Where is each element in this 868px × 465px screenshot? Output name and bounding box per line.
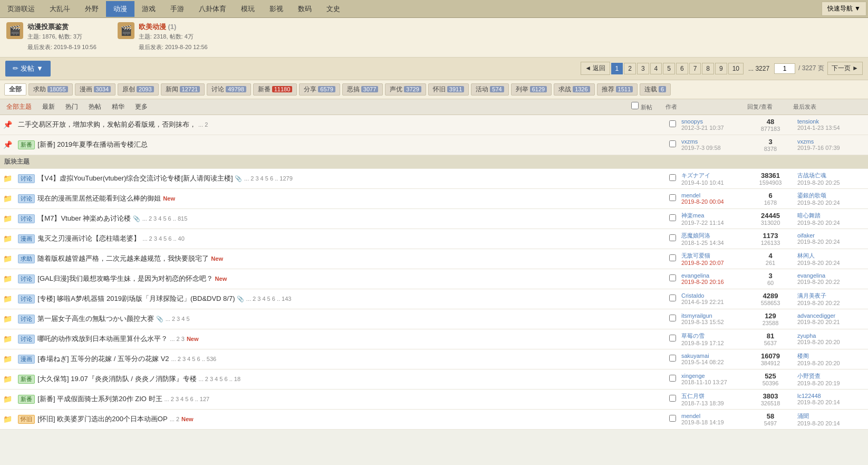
page-4[interactable]: 4 xyxy=(650,63,662,74)
nav-item-4[interactable]: 游戏 xyxy=(134,1,163,17)
thread-title-link[interactable]: [专楼] 哆啦A梦/机器猫 2019剧场版「月球探险记」(BD&DVD 8/7) xyxy=(37,295,235,302)
nav-item-3[interactable]: 动漫 xyxy=(106,1,134,17)
page-8[interactable]: 8 xyxy=(702,63,714,74)
thread-tag[interactable]: 新番 xyxy=(18,395,35,404)
author-name[interactable]: itsmyrailgun xyxy=(681,312,744,319)
page-5[interactable]: 5 xyxy=(663,63,675,74)
filter-taolun[interactable]: 讨论 49798 xyxy=(207,83,251,96)
thread-title-link[interactable]: 现在的漫画里居然还能看到这么棒的御姐 xyxy=(37,194,161,202)
last-poster-name[interactable]: zyupha xyxy=(797,333,865,339)
page-2[interactable]: 2 xyxy=(624,63,636,74)
subtab-more[interactable]: 更多 xyxy=(133,101,150,112)
thread-checkbox[interactable] xyxy=(669,140,676,147)
thread-tag[interactable]: 新番 xyxy=(18,375,35,384)
thread-title-link[interactable]: 【V4】虚拟YouTuber(vtuber)综合交流讨论专楼[新人请阅读主楼] xyxy=(37,174,233,182)
author-name[interactable]: mendel xyxy=(681,413,744,419)
filter-lianzai[interactable]: 连载 6 xyxy=(640,83,671,96)
page-6[interactable]: 6 xyxy=(676,63,688,74)
thread-tag[interactable]: 怀旧 xyxy=(18,415,35,424)
thread-checkbox[interactable] xyxy=(669,395,676,402)
next-btn[interactable]: 下一页 ► xyxy=(827,62,863,75)
nav-item-0[interactable]: 页游联运 xyxy=(0,1,42,17)
filter-shengyou[interactable]: 声优 3729 xyxy=(385,83,426,96)
last-poster-name[interactable]: evangelina xyxy=(797,272,865,279)
thread-title-link[interactable]: [新番] 平成假面骑士系列第20作 ZIO 时王 xyxy=(37,395,162,403)
subtab-hotpost[interactable]: 热帖 xyxy=(86,101,103,112)
filter-egao[interactable]: 恶搞 3077 xyxy=(342,83,383,96)
author-name[interactable]: 神楽mea xyxy=(681,212,744,220)
author-name[interactable]: vxzms xyxy=(681,138,744,145)
author-name[interactable]: mendel xyxy=(681,192,744,198)
nav-item-7[interactable]: 模玩 xyxy=(234,1,262,17)
author-name[interactable]: キズナアイ xyxy=(681,172,744,179)
page-10[interactable]: 10 xyxy=(728,63,744,74)
thread-title-link[interactable]: [GAL归漫]我们最想攻略学生妹，是因为对初恋的怀念吧？ xyxy=(37,274,213,282)
thread-tag[interactable]: 求助 xyxy=(18,254,35,263)
last-poster-name[interactable]: advancedigger xyxy=(797,312,865,319)
thread-checkbox[interactable] xyxy=(669,375,676,382)
forum-left-title[interactable]: 动漫投票鉴赏 xyxy=(27,22,97,32)
subtab-all[interactable]: 全部主题 xyxy=(4,101,34,112)
author-name[interactable]: snoopys xyxy=(681,118,744,125)
thread-checkbox[interactable] xyxy=(669,315,676,321)
prev-btn[interactable]: ◄ 返回 xyxy=(581,62,610,75)
page-1[interactable]: 1 xyxy=(611,63,623,74)
subtab-hot[interactable]: 热门 xyxy=(63,101,80,112)
thread-checkbox[interactable] xyxy=(669,120,676,127)
author-name[interactable]: xingenge xyxy=(681,373,744,379)
nav-item-6[interactable]: 八卦体育 xyxy=(191,1,234,17)
thread-title-link[interactable]: [怀旧] 欧美婆罗门选出的200个日本动画OP xyxy=(37,415,167,423)
last-poster-name[interactable]: 暗心舞踏 xyxy=(797,212,865,220)
last-poster-name[interactable]: vxzms xyxy=(797,138,865,145)
thread-tag[interactable]: 讨论 xyxy=(18,274,35,283)
filter-manhua[interactable]: 漫画 3034 xyxy=(75,83,115,96)
filter-tuijian[interactable]: 推荐 1511 xyxy=(597,83,638,96)
thread-title-link[interactable]: 鬼灭之刃漫画讨论【恋柱喵老婆】 xyxy=(37,234,140,242)
author-name[interactable]: 无敌可爱猫 xyxy=(681,252,744,260)
thread-title-link[interactable]: 【M7】Vtuber 神楽めあ讨论楼 xyxy=(37,214,131,222)
thread-tag[interactable]: 新番 xyxy=(18,140,35,149)
author-name[interactable]: Cristaldo xyxy=(681,292,744,299)
thread-title-link[interactable]: 哪吒的动作戏放到日本动画里算什么水平？ xyxy=(37,335,168,343)
new-checkbox[interactable] xyxy=(631,102,639,109)
nav-item-8[interactable]: 影视 xyxy=(262,1,291,17)
thread-title-link[interactable]: [春場ねぎ] 五等分的花嫁 / 五等分の花嫁 V2 xyxy=(37,355,169,363)
thread-title-link[interactable]: 第一届女子高生の無駄つかい颜控大赛 xyxy=(37,315,154,322)
last-poster-name[interactable]: 涌聞 xyxy=(797,412,865,420)
quick-nav-button[interactable]: 快速导航 ▼ xyxy=(822,2,866,16)
last-poster-name[interactable]: lc122448 xyxy=(797,393,865,399)
thread-checkbox[interactable] xyxy=(669,234,676,241)
author-name[interactable]: 草莓の雪 xyxy=(681,332,744,340)
filter-qiuzhu[interactable]: 求助 18055 xyxy=(28,83,73,96)
thread-checkbox[interactable] xyxy=(669,194,676,201)
filter-all[interactable]: 全部 xyxy=(4,83,26,96)
thread-checkbox[interactable] xyxy=(669,295,676,301)
thread-tag[interactable]: 讨论 xyxy=(18,315,35,324)
thread-tag[interactable]: 讨论 xyxy=(18,194,35,203)
thread-tag[interactable]: 讨论 xyxy=(18,214,35,223)
author-name[interactable]: evangelina xyxy=(681,272,744,279)
page-9[interactable]: 9 xyxy=(715,63,727,74)
author-name[interactable]: sakuyamai xyxy=(681,353,744,359)
filter-yuanchuang[interactable]: 原创 2093 xyxy=(118,83,158,96)
nav-item-1[interactable]: 大乱斗 xyxy=(42,1,78,17)
thread-title-link[interactable]: [大久保笃] 19.07『炎炎消防队 / 炎炎ノ消防隊』专楼 xyxy=(37,375,196,383)
thread-tag[interactable]: 讨论 xyxy=(18,295,35,303)
thread-checkbox[interactable] xyxy=(669,415,676,422)
nav-item-9[interactable]: 数码 xyxy=(291,1,319,17)
last-poster-name[interactable]: 鎏銀的歌颂 xyxy=(797,192,865,200)
subtab-latest[interactable]: 最新 xyxy=(40,101,57,112)
author-name[interactable]: 五仁月饼 xyxy=(681,392,744,400)
filter-huaijiu[interactable]: 怀旧 3911 xyxy=(428,83,469,96)
filter-xinban[interactable]: 新番 11180 xyxy=(253,83,297,96)
last-poster-name[interactable]: 满月美夜子 xyxy=(797,292,865,300)
thread-checkbox[interactable] xyxy=(669,335,676,341)
post-button[interactable]: ✏ 发帖 ▼ xyxy=(5,61,51,77)
thread-title-link[interactable]: 随着版权越管越严格，二次元越来越规范，我快要脱宅了 xyxy=(37,254,209,262)
last-poster-name[interactable]: 古战场亡魂 xyxy=(797,172,865,179)
nav-item-10[interactable]: 文史 xyxy=(319,1,348,17)
filter-qiuzhan[interactable]: 求战 1326 xyxy=(554,83,594,96)
nav-item-2[interactable]: 外野 xyxy=(78,1,106,17)
last-poster-name[interactable]: oifaker xyxy=(797,232,865,239)
filter-lieju[interactable]: 列举 6129 xyxy=(511,83,552,96)
